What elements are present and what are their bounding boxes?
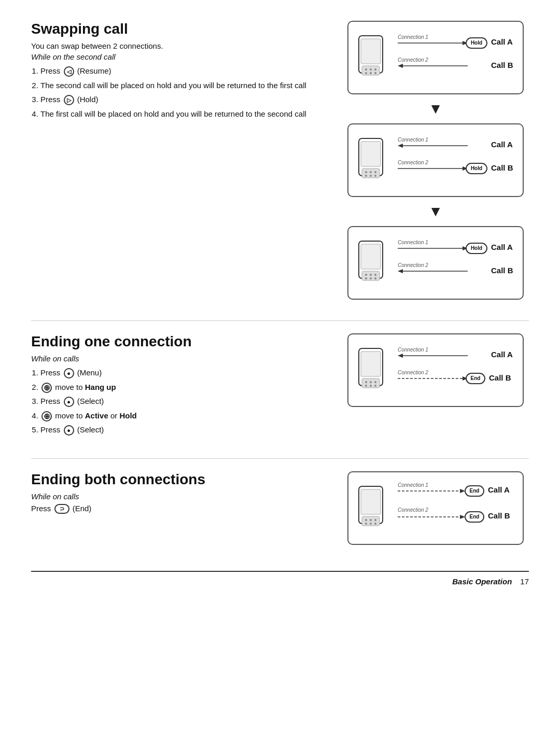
connections-svg-end-both: Connection 1 End Call A Connection 2 End — [385, 480, 514, 537]
svg-text:Call A: Call A — [491, 350, 513, 359]
svg-text:Hold: Hold — [471, 245, 482, 251]
svg-text:Call A: Call A — [491, 243, 513, 251]
svg-marker-88 — [460, 489, 465, 493]
connections-svg-2: Connection 1 Call A Connection 2 Hold — [385, 134, 514, 186]
svg-text:Connection 2: Connection 2 — [398, 160, 428, 165]
ending-one-diagram: Connection 1 Call A Connection 2 End — [342, 333, 529, 438]
swapping-call-subtitle: While on the second call — [31, 52, 321, 61]
svg-text:End: End — [470, 488, 480, 494]
svg-marker-56 — [398, 269, 403, 273]
svg-text:Call B: Call B — [488, 511, 510, 520]
svg-point-23 — [365, 171, 367, 173]
svg-text:Connection 2: Connection 2 — [398, 507, 428, 513]
end-button-icon: ⊃ — [54, 504, 69, 514]
svg-point-24 — [370, 171, 372, 173]
svg-point-8 — [370, 72, 372, 74]
footer: Basic Operation 17 — [31, 571, 529, 586]
svg-point-5 — [370, 68, 372, 71]
swapping-call-steps: Press ◁ (Resume) The second call will be… — [31, 64, 321, 120]
diagram-end-both: Connection 1 End Call A Connection 2 End — [347, 471, 524, 545]
svg-rect-59 — [361, 352, 381, 376]
swapping-call-diagrams: Connection 1 Hold Call A Connection 2 — [342, 21, 529, 300]
svg-text:Connection 2: Connection 2 — [398, 57, 428, 63]
diagram-swap-1: Connection 1 Hold Call A Connection 2 — [347, 21, 524, 94]
svg-text:Connection 2: Connection 2 — [398, 262, 428, 268]
svg-point-84 — [370, 523, 372, 525]
svg-marker-31 — [398, 144, 403, 148]
svg-point-45 — [365, 277, 367, 279]
swapping-call-section: Swapping call You can swap between 2 con… — [31, 21, 529, 300]
svg-text:Connection 1: Connection 1 — [398, 240, 428, 245]
ending-one-title: Ending one connection — [31, 333, 321, 350]
hold-label: Hold — [119, 411, 136, 420]
ending-both-diagram: Connection 1 End Call A Connection 2 End — [342, 471, 529, 545]
divider-2 — [31, 458, 529, 459]
end-step-1: Press ● (Menu) — [40, 366, 321, 380]
end-step-3: Press ● (Select) — [40, 395, 321, 408]
arrow-down-1: ▼ — [428, 102, 443, 116]
svg-point-63 — [374, 381, 376, 383]
ending-one-section: Ending one connection While on calls Pre… — [31, 333, 529, 438]
svg-point-28 — [374, 175, 376, 177]
svg-point-82 — [374, 519, 376, 521]
svg-rect-40 — [361, 244, 381, 269]
hold-button-icon: ▷ — [64, 95, 74, 105]
step-2: The second call will be placed on hold a… — [40, 79, 321, 92]
end-step-5: Press ● (Select) — [40, 423, 321, 437]
connections-svg-end-one: Connection 1 Call A Connection 2 End — [385, 344, 514, 396]
svg-marker-94 — [460, 515, 465, 519]
svg-point-26 — [365, 175, 367, 177]
phone-icon-3 — [357, 240, 385, 286]
phone-icon-4 — [357, 347, 385, 393]
ending-both-section: Ending both connections While on calls P… — [31, 471, 529, 545]
svg-rect-21 — [361, 142, 381, 166]
end-step-2: ⊕ move to Hang up — [40, 381, 321, 394]
diagram-end-one: Connection 1 Call A Connection 2 End — [347, 333, 524, 407]
ending-one-steps: Press ● (Menu) ⊕ move to Hang up Press ●… — [31, 366, 321, 437]
svg-point-47 — [374, 277, 376, 279]
svg-point-46 — [370, 277, 372, 279]
connections-svg-1: Connection 1 Hold Call A Connection 2 — [385, 32, 514, 83]
svg-point-4 — [365, 68, 367, 71]
ending-one-subtitle: While on calls — [31, 354, 321, 363]
ending-both-title: Ending both connections — [31, 471, 321, 488]
ending-both-text: Ending both connections While on calls P… — [31, 471, 327, 545]
ending-both-subtitle: While on calls — [31, 492, 321, 501]
swapping-call-intro: You can swap between 2 connections. — [31, 41, 321, 50]
svg-point-42 — [365, 274, 367, 276]
swapping-call-text: Swapping call You can swap between 2 con… — [31, 21, 327, 300]
svg-point-9 — [374, 72, 376, 74]
page-content: Swapping call You can swap between 2 con… — [31, 21, 529, 586]
phone-icon-2 — [357, 137, 385, 183]
svg-text:End: End — [471, 375, 481, 381]
menu-button-icon: ● — [64, 368, 74, 378]
svg-text:Call B: Call B — [491, 163, 513, 172]
svg-text:Connection 1: Connection 1 — [398, 347, 428, 353]
svg-text:Call A: Call A — [488, 485, 510, 494]
svg-marker-69 — [398, 354, 403, 358]
svg-text:Call A: Call A — [491, 37, 513, 46]
step-3: Press ▷ (Hold) — [40, 93, 321, 106]
footer-page: 17 — [520, 577, 529, 586]
phone-icon-1 — [357, 35, 385, 80]
svg-rect-78 — [361, 489, 381, 514]
svg-text:End: End — [470, 514, 480, 520]
ending-one-text: Ending one connection While on calls Pre… — [31, 333, 327, 438]
svg-rect-1 — [361, 39, 381, 64]
svg-point-66 — [374, 385, 376, 387]
svg-text:Call B: Call B — [491, 61, 513, 69]
svg-point-44 — [374, 274, 376, 276]
swapping-call-title: Swapping call — [31, 21, 321, 37]
svg-point-64 — [365, 385, 367, 387]
svg-point-43 — [370, 274, 372, 276]
step-4: The first call will be placed on hold an… — [40, 107, 321, 121]
active-label: Active — [85, 411, 108, 420]
svg-marker-18 — [398, 64, 403, 68]
svg-point-81 — [370, 519, 372, 521]
svg-point-80 — [365, 519, 367, 521]
resume-button-icon: ◁ — [64, 66, 74, 77]
hangup-label: Hang up — [85, 383, 116, 391]
svg-text:Connection 2: Connection 2 — [398, 370, 428, 375]
svg-point-25 — [374, 171, 376, 173]
footer-label: Basic Operation — [452, 577, 512, 586]
